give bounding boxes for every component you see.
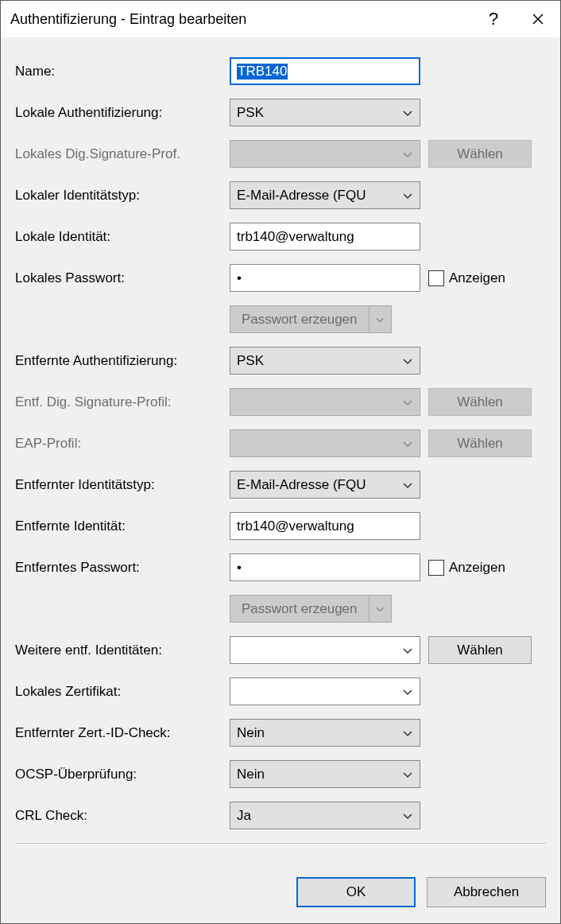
local-cert-label: Lokales Zertifikat: [15,684,230,700]
window-title: Authentifizierung - Eintrag bearbeiten [10,11,471,28]
crl-label: CRL Check: [15,808,230,824]
chevron-down-icon [402,438,413,449]
local-pw-show-checkbox[interactable] [428,270,444,286]
local-id-type-label: Lokaler Identitätstyp: [15,188,230,204]
remote-cert-check-select[interactable]: Nein [230,719,420,747]
chevron-down-icon [402,810,413,821]
local-auth-label: Lokale Authentifizierung: [15,105,230,121]
chevron-down-icon [402,149,413,160]
local-id-label: Lokale Identität: [15,229,230,245]
remote-cert-check-label: Entfernter Zert.-ID-Check: [15,725,230,741]
remote-id-input[interactable] [230,512,420,540]
chevron-down-icon [402,190,413,201]
more-ids-label: Weitere entf. Identitäten: [15,643,230,658]
dialog-window: Authentifizierung - Eintrag bearbeiten ?… [0,0,561,924]
local-pw-label: Lokales Passwort: [15,270,230,286]
remote-auth-label: Entfernte Authentifizierung: [15,353,230,369]
local-sig-prof-label: Lokales Dig.Signature-Prof. [15,146,230,162]
remote-auth-select[interactable]: PSK [230,347,420,375]
close-button[interactable] [516,1,560,37]
chevron-down-icon [402,769,413,780]
chevron-down-icon [402,645,413,656]
help-button[interactable]: ? [471,1,516,37]
eap-profile-select [230,429,420,457]
remote-id-type-select[interactable]: E-Mail-Adresse (FQU [230,471,420,499]
crl-select[interactable]: Ja [230,802,420,829]
chevron-down-icon [369,596,391,622]
local-cert-select[interactable] [230,677,420,705]
chevron-down-icon [402,686,413,697]
chevron-down-icon [369,306,391,332]
remote-sig-prof-select [230,388,420,416]
ok-button[interactable]: OK [296,877,416,907]
chevron-down-icon [402,728,413,739]
remote-id-label: Entfernte Identität: [15,518,230,534]
remote-pw-input[interactable] [230,553,420,581]
local-gen-pw-button: Passwort erzeugen [230,305,392,333]
eap-choose-button: Wählen [428,429,532,457]
chevron-down-icon [402,479,413,491]
local-id-input[interactable] [230,223,420,250]
local-sig-prof-select [230,140,420,168]
more-ids-choose-button[interactable]: Wählen [428,636,532,664]
remote-pw-show-label: Anzeigen [449,560,505,576]
name-label: Name: [15,64,230,80]
remote-pw-label: Entferntes Passwort: [15,560,230,576]
form-content: Name: TRB140 Lokale Authentifizierung: P… [1,37,560,877]
chevron-down-icon [402,397,413,408]
remote-pw-show-checkbox[interactable] [428,560,444,576]
cancel-button[interactable]: Abbrechen [427,877,546,907]
local-sig-choose-button: Wählen [428,140,532,168]
remote-gen-pw-button: Passwort erzeugen [230,595,392,623]
chevron-down-icon [402,355,413,367]
name-input[interactable]: TRB140 [230,57,420,85]
local-pw-show-label: Anzeigen [449,270,505,286]
local-id-type-select[interactable]: E-Mail-Adresse (FQU [230,181,420,209]
separator [15,843,546,844]
local-auth-select[interactable]: PSK [230,99,420,126]
chevron-down-icon [402,107,413,118]
more-ids-select[interactable] [230,636,420,664]
eap-profile-label: EAP-Profil: [15,436,230,452]
dialog-footer: OK Abbrechen [1,877,560,923]
ocsp-select[interactable]: Nein [230,760,420,788]
ocsp-label: OCSP-Überprüfung: [15,767,230,782]
titlebar: Authentifizierung - Eintrag bearbeiten ? [1,1,560,37]
remote-sig-prof-label: Entf. Dig. Signature-Profil: [15,394,230,410]
remote-id-type-label: Entfernter Identitätstyp: [15,477,230,493]
remote-sig-choose-button: Wählen [428,388,532,416]
local-pw-input[interactable] [230,264,420,292]
close-icon [532,13,544,25]
